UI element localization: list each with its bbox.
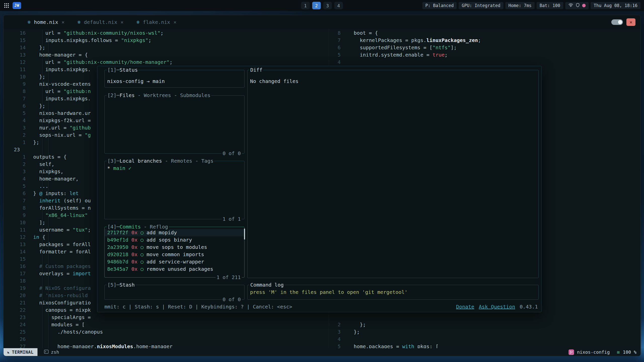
lazygit-branches-panel[interactable]: [3]─Local branches - Remotes - Tags * ma… — [104, 161, 245, 219]
line-number: 8 — [329, 29, 345, 37]
line-number: 5 — [4, 110, 32, 117]
lazygit-status-panel[interactable]: [1]─Status nixos-config → main — [104, 70, 245, 87]
app-launcher-icon[interactable] — [4, 3, 9, 8]
line-number: 18 — [4, 277, 32, 285]
repo-label[interactable]: nixos-config — [577, 349, 610, 355]
lazygit-command-log-panel[interactable]: Command log press 'M' in the files panel… — [247, 285, 539, 300]
code-line[interactable]: 8 boot = { — [329, 29, 640, 37]
line-number: 3 — [329, 328, 345, 336]
code-line[interactable]: 7 kernelPackages = pkgs.linuxPackages_ze… — [329, 37, 640, 44]
line-number: 9 — [4, 80, 32, 88]
window-toggle-switch[interactable] — [611, 19, 623, 25]
code-line[interactable]: 13 home-manager = { — [4, 51, 329, 59]
keybindings-hint: mmit: c | Stash: s | Reset: D | Keybindi… — [104, 303, 292, 310]
code-line[interactable]: 4 — [329, 336, 640, 343]
code-line[interactable]: 14 }; — [4, 44, 329, 51]
battery-module[interactable]: Bat: 100 — [537, 2, 563, 9]
lazygit-diff-panel[interactable]: Diff No changed files — [247, 70, 539, 278]
gpu-module[interactable]: GPU: Integrated — [459, 2, 503, 9]
code-line[interactable]: 4 — [329, 59, 640, 66]
code-line[interactable]: 6 supportedFilesystems = ["ntfs"]; — [329, 44, 640, 51]
color-dot-icon[interactable] — [582, 4, 586, 7]
system-tray[interactable] — [565, 2, 589, 9]
line-number: 6 — [4, 102, 32, 110]
terminal-editor-window: ❄ home.nix × ❄ default.nix × ❄ flake.nix… — [3, 15, 641, 356]
ask-question-link[interactable]: Ask Question — [479, 303, 515, 310]
line-number: 1 — [4, 139, 32, 146]
code-line[interactable]: 15 inputs.nixpkgs.follows = "nixpkgs"; — [4, 37, 329, 44]
commit-row[interactable]: 2a23950 0x ○ move sops to modules — [105, 244, 244, 251]
tab-flake-nix[interactable]: ❄ flake.nix × — [130, 15, 183, 29]
git-branch-icon[interactable] — [569, 349, 574, 355]
line-number: 5 — [329, 343, 345, 348]
code-text: }; — [345, 328, 640, 336]
line-number: 24 — [4, 321, 32, 328]
code-line[interactable]: 25 ./hosts/canopus — [4, 328, 329, 336]
shell-icon — [44, 349, 49, 355]
ping-module[interactable]: Home: 7ms — [505, 2, 535, 9]
branch-row[interactable]: * main ✓ — [107, 165, 244, 172]
line-number: 2 — [329, 321, 345, 328]
workspace-2[interactable]: 2 — [312, 2, 321, 9]
panel-title: [3]─Local branches - Remotes - Tags — [107, 157, 214, 165]
commit-row[interactable]: d920218 0x ○ move common imports — [105, 251, 244, 258]
panel-title: [2]─Files - Worktrees - Submodules — [107, 92, 211, 99]
donate-link[interactable]: Donate — [456, 303, 474, 310]
lazygit-commits-panel[interactable]: [4]─Commits - Reflog 2717f2f 0x ○ add mo… — [104, 227, 245, 278]
shield-icon[interactable] — [576, 3, 580, 8]
line-number: 15 — [4, 255, 32, 263]
nix-snowflake-icon: ❄ — [28, 19, 31, 25]
panel-title: [5]─Stash — [107, 281, 135, 289]
panel-count: 0 of 0 — [222, 296, 242, 303]
tab-close-icon[interactable]: × — [120, 19, 124, 25]
window-close-button[interactable]: × — [626, 18, 635, 26]
panel-title: Diff — [250, 66, 263, 74]
code-text: ./hosts/canopus — [32, 328, 329, 336]
code-line[interactable]: 24 modules = [ — [4, 321, 329, 328]
code-line[interactable]: 3 }; — [329, 328, 640, 336]
code-text: url = "github:nix-community/nixos-wsl"; — [32, 29, 329, 37]
tab-close-icon[interactable]: × — [173, 19, 176, 25]
code-text: url = "github:nix-community/home-manager… — [32, 59, 329, 66]
tab-default-nix[interactable]: ❄ default.nix × — [71, 15, 130, 29]
repo-status-row: nixos-config → main — [107, 78, 244, 85]
line-number: 14 — [4, 44, 32, 51]
commit-row[interactable]: b49ef1d 0x ○ add sops binary — [105, 236, 244, 244]
line-number: 11 — [4, 226, 32, 234]
code-line[interactable]: 23 specialArgs = — [4, 314, 329, 321]
lazygit-stash-panel[interactable]: [5]─Stash 0 of 0 — [104, 285, 245, 300]
code-line[interactable]: 16 url = "github:nix-community/nixos-wsl… — [4, 29, 329, 37]
logo-badge[interactable]: JW — [13, 2, 21, 9]
shell-tab[interactable]: zsh — [44, 349, 59, 355]
line-number: 6 — [329, 44, 345, 51]
terminal-mode-chip[interactable]: ◣ TERMINAL — [4, 348, 37, 356]
nix-snowflake-icon: ❄ — [137, 19, 140, 25]
terminal-statusbar: ◣ TERMINAL zsh nixos-config ≡ 100 % — [4, 348, 640, 356]
clock-module[interactable]: Thu Aug 08, 18:16 — [591, 2, 640, 9]
line-number: 25 — [4, 328, 32, 336]
line-number: 21 — [4, 299, 32, 306]
workspace-1[interactable]: 1 — [301, 2, 310, 9]
code-line[interactable]: 5 initrd.systemd.enable = true; — [329, 51, 640, 59]
commit-row[interactable]: 9486b7d 0x ○ add service-wrapper — [105, 258, 244, 265]
wifi-icon[interactable] — [568, 3, 573, 8]
check-icon: ✓ — [128, 165, 131, 172]
code-line[interactable]: 12 url = "github:nix-community/home-mana… — [4, 59, 329, 66]
power-profile-module[interactable]: P: Balanced — [422, 2, 457, 9]
commit-row[interactable]: 8e345a7 0x ○ remove unused packages — [105, 265, 244, 273]
code-line[interactable]: 2 }; — [329, 321, 640, 328]
code-line[interactable]: 26 — [4, 336, 329, 343]
code-text: kernelPackages = pkgs.linuxPackages_zen; — [345, 37, 640, 44]
workspace-4[interactable]: 4 — [334, 2, 343, 9]
tab-home-nix[interactable]: ❄ home.nix × — [21, 15, 71, 29]
branch-marker: * — [107, 165, 110, 172]
topbar-left: JW — [0, 2, 21, 9]
code-line[interactable]: 5 home.packages = with pkgs; [ — [329, 343, 640, 348]
lazygit-files-panel[interactable]: [2]─Files - Worktrees - Submodules 0 of … — [104, 95, 245, 154]
line-number: 9 — [4, 212, 32, 219]
tab-bar: ❄ home.nix × ❄ default.nix × ❄ flake.nix… — [4, 15, 640, 29]
code-line[interactable]: 27 home-manager.nixosModules.home-manage… — [4, 343, 329, 348]
workspace-3[interactable]: 3 — [323, 2, 332, 9]
tab-close-icon[interactable]: × — [61, 19, 64, 25]
top-status-bar: JW 1234 P: Balanced GPU: Integrated Home… — [0, 0, 644, 11]
